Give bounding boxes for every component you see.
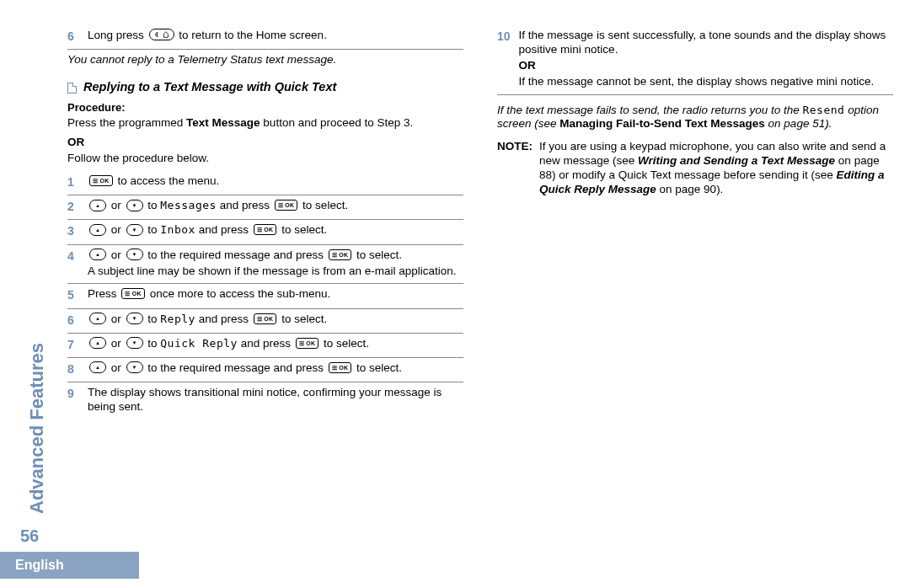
step-row: 1 to access the menu. <box>67 171 463 195</box>
procedure-follow: Follow the procedure below. <box>67 152 463 166</box>
home-button-icon <box>149 29 174 40</box>
down-arrow-icon <box>126 249 143 260</box>
up-arrow-icon <box>89 337 106 349</box>
up-arrow-icon <box>89 313 106 324</box>
down-arrow-icon <box>126 313 143 324</box>
section-sidebar-title: Advanced Features <box>25 343 49 514</box>
manual-page: Advanced Features 56 English 6 Long pres… <box>0 0 910 588</box>
right-column: 10 If the message is sent successfully, … <box>497 25 893 420</box>
note-block: NOTE: If you are using a keypad micropho… <box>497 140 893 197</box>
ok-button-icon <box>296 338 319 349</box>
ok-button-icon <box>121 288 145 299</box>
page-icon <box>67 83 77 94</box>
note-label: NOTE: <box>497 140 533 197</box>
up-arrow-icon <box>89 200 106 211</box>
ok-button-icon <box>89 175 113 186</box>
down-arrow-icon <box>126 337 143 349</box>
step-row: 6 or to Reply and press to select. <box>67 308 463 333</box>
step-row: 3 or to Inbox and press to select. <box>67 219 463 243</box>
language-label: English <box>15 557 64 574</box>
step-row: 9 The display shows transitional mini no… <box>67 382 463 420</box>
step-row: 7 or to Quick Reply and press to select. <box>67 333 463 357</box>
telemetry-note: You cannot reply to a Telemetry Status t… <box>67 53 463 67</box>
procedure-label: Procedure: <box>67 101 463 115</box>
fail-note: If the text message fails to send, the r… <box>497 104 893 132</box>
section-title: Replying to a Text Message with Quick Te… <box>83 79 336 94</box>
ok-button-icon <box>254 224 277 235</box>
left-column: 6 Long press to return to the Home scree… <box>67 25 463 420</box>
up-arrow-icon <box>89 249 106 260</box>
ok-button-icon <box>329 362 352 373</box>
ok-button-icon <box>254 313 277 324</box>
step-list: 1 to access the menu. 2 or to Messages a… <box>67 171 463 420</box>
up-arrow-icon <box>89 224 106 236</box>
language-footer: English <box>0 552 139 579</box>
prelim-step-6: 6 Long press to return to the Home scree… <box>67 25 463 50</box>
step-row: 2 or to Messages and press to select. <box>67 195 463 219</box>
step-number: 6 <box>67 29 79 44</box>
page-number: 56 <box>20 526 39 547</box>
down-arrow-icon <box>126 200 143 211</box>
section-heading: Replying to a Text Message with Quick Te… <box>67 79 463 94</box>
step-body: Long press to return to the Home screen. <box>88 29 463 43</box>
step-10: 10 If the message is sent successfully, … <box>497 25 893 95</box>
procedure-intro: Press the programmed Text Message button… <box>67 116 463 131</box>
step-row: 5 Press once more to access the sub-menu… <box>67 283 463 307</box>
down-arrow-icon <box>126 224 143 236</box>
step-row: 8 or to the required message and press t… <box>67 357 463 382</box>
up-arrow-icon <box>89 361 106 373</box>
or-label: OR <box>67 136 463 150</box>
down-arrow-icon <box>126 361 143 373</box>
note-body: If you are using a keypad microphone, yo… <box>539 140 893 197</box>
ok-button-icon <box>329 249 352 260</box>
ok-button-icon <box>275 200 298 211</box>
step-row: 4 or to the required message and press t… <box>67 244 463 284</box>
